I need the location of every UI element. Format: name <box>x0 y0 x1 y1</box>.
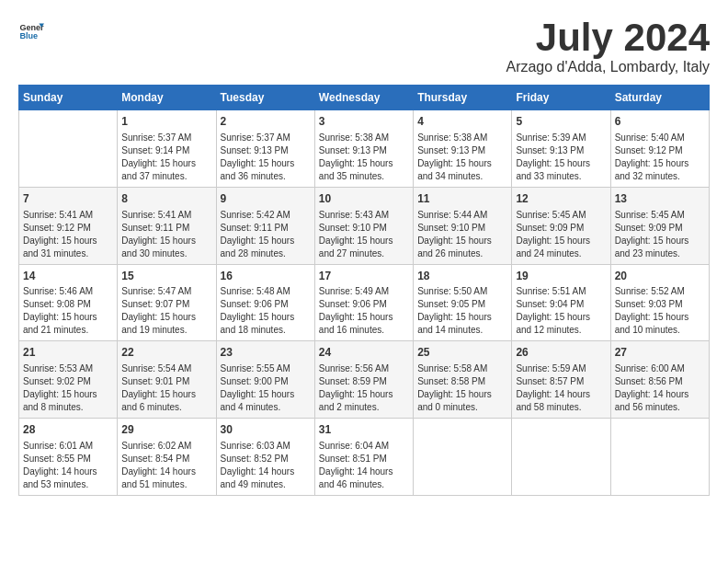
day-number: 18 <box>417 269 507 284</box>
calendar-cell: 20Sunrise: 5:52 AM Sunset: 9:03 PM Dayli… <box>610 264 709 341</box>
page-header: General Blue July 2024 Arzago d'Adda, Lo… <box>18 18 710 75</box>
title-block: July 2024 Arzago d'Adda, Lombardy, Italy <box>506 18 710 75</box>
calendar-cell: 18Sunrise: 5:50 AM Sunset: 9:05 PM Dayli… <box>414 264 512 341</box>
calendar-cell: 24Sunrise: 5:56 AM Sunset: 8:59 PM Dayli… <box>314 341 413 419</box>
calendar-cell <box>610 419 709 496</box>
calendar-cell: 19Sunrise: 5:51 AM Sunset: 9:04 PM Dayli… <box>512 264 610 341</box>
day-info: Sunrise: 6:00 AM Sunset: 8:56 PM Dayligh… <box>615 362 705 414</box>
calendar-cell <box>512 419 610 496</box>
calendar-cell: 16Sunrise: 5:48 AM Sunset: 9:06 PM Dayli… <box>216 264 314 341</box>
day-info: Sunrise: 5:55 AM Sunset: 9:00 PM Dayligh… <box>221 362 311 414</box>
day-info: Sunrise: 6:03 AM Sunset: 8:52 PM Dayligh… <box>221 440 311 491</box>
calendar-cell: 3Sunrise: 5:38 AM Sunset: 9:13 PM Daylig… <box>314 110 413 188</box>
calendar-cell: 26Sunrise: 5:59 AM Sunset: 8:57 PM Dayli… <box>512 341 610 419</box>
calendar-cell: 25Sunrise: 5:58 AM Sunset: 8:58 PM Dayli… <box>414 341 512 419</box>
calendar-cell: 29Sunrise: 6:02 AM Sunset: 8:54 PM Dayli… <box>118 419 216 496</box>
day-number: 16 <box>221 269 311 284</box>
weekday-header-wednesday: Wednesday <box>314 86 413 110</box>
calendar-cell: 4Sunrise: 5:38 AM Sunset: 9:13 PM Daylig… <box>414 110 512 188</box>
day-info: Sunrise: 5:40 AM Sunset: 9:12 PM Dayligh… <box>615 132 705 183</box>
logo: General Blue <box>18 18 44 44</box>
calendar-cell: 15Sunrise: 5:47 AM Sunset: 9:07 PM Dayli… <box>118 264 216 341</box>
day-number: 3 <box>319 114 409 130</box>
day-info: Sunrise: 5:43 AM Sunset: 9:10 PM Dayligh… <box>319 209 409 260</box>
day-number: 19 <box>516 269 606 284</box>
day-info: Sunrise: 5:44 AM Sunset: 9:10 PM Dayligh… <box>417 209 507 260</box>
day-info: Sunrise: 5:38 AM Sunset: 9:13 PM Dayligh… <box>319 132 409 183</box>
day-number: 30 <box>221 422 311 438</box>
day-number: 10 <box>319 191 409 207</box>
day-info: Sunrise: 6:01 AM Sunset: 8:55 PM Dayligh… <box>23 440 113 491</box>
calendar-cell: 9Sunrise: 5:42 AM Sunset: 9:11 PM Daylig… <box>216 187 314 264</box>
day-info: Sunrise: 5:39 AM Sunset: 9:13 PM Dayligh… <box>516 132 606 183</box>
calendar-cell: 30Sunrise: 6:03 AM Sunset: 8:52 PM Dayli… <box>216 419 314 496</box>
day-info: Sunrise: 5:58 AM Sunset: 8:58 PM Dayligh… <box>417 362 507 414</box>
calendar-cell: 23Sunrise: 5:55 AM Sunset: 9:00 PM Dayli… <box>216 341 314 419</box>
day-number: 11 <box>417 191 507 207</box>
calendar-cell: 28Sunrise: 6:01 AM Sunset: 8:55 PM Dayli… <box>19 419 118 496</box>
day-info: Sunrise: 5:37 AM Sunset: 9:13 PM Dayligh… <box>221 132 311 183</box>
day-number: 7 <box>23 191 113 207</box>
day-info: Sunrise: 5:50 AM Sunset: 9:05 PM Dayligh… <box>417 285 507 337</box>
calendar-cell: 27Sunrise: 6:00 AM Sunset: 8:56 PM Dayli… <box>610 341 709 419</box>
calendar-cell: 6Sunrise: 5:40 AM Sunset: 9:12 PM Daylig… <box>610 110 709 188</box>
day-info: Sunrise: 5:56 AM Sunset: 8:59 PM Dayligh… <box>319 362 409 414</box>
day-info: Sunrise: 6:04 AM Sunset: 8:51 PM Dayligh… <box>319 440 409 491</box>
day-number: 23 <box>221 345 311 361</box>
day-info: Sunrise: 5:49 AM Sunset: 9:06 PM Dayligh… <box>319 285 409 337</box>
calendar-cell: 2Sunrise: 5:37 AM Sunset: 9:13 PM Daylig… <box>216 110 314 188</box>
day-number: 4 <box>417 114 507 130</box>
day-number: 29 <box>121 422 211 438</box>
calendar-cell: 14Sunrise: 5:46 AM Sunset: 9:08 PM Dayli… <box>19 264 118 341</box>
calendar-cell <box>414 419 512 496</box>
calendar-cell: 13Sunrise: 5:45 AM Sunset: 9:09 PM Dayli… <box>610 187 709 264</box>
weekday-header-row: SundayMondayTuesdayWednesdayThursdayFrid… <box>19 86 710 110</box>
calendar-week-row: 21Sunrise: 5:53 AM Sunset: 9:02 PM Dayli… <box>19 341 710 419</box>
weekday-header-saturday: Saturday <box>610 86 709 110</box>
day-number: 31 <box>319 422 409 438</box>
weekday-header-friday: Friday <box>512 86 610 110</box>
day-info: Sunrise: 5:37 AM Sunset: 9:14 PM Dayligh… <box>121 132 211 183</box>
day-number: 27 <box>615 345 705 361</box>
day-info: Sunrise: 5:54 AM Sunset: 9:01 PM Dayligh… <box>121 362 211 414</box>
calendar-cell: 12Sunrise: 5:45 AM Sunset: 9:09 PM Dayli… <box>512 187 610 264</box>
calendar-cell: 11Sunrise: 5:44 AM Sunset: 9:10 PM Dayli… <box>414 187 512 264</box>
calendar-cell: 31Sunrise: 6:04 AM Sunset: 8:51 PM Dayli… <box>314 419 413 496</box>
calendar-cell: 10Sunrise: 5:43 AM Sunset: 9:10 PM Dayli… <box>314 187 413 264</box>
day-info: Sunrise: 5:45 AM Sunset: 9:09 PM Dayligh… <box>516 209 606 260</box>
calendar-cell: 1Sunrise: 5:37 AM Sunset: 9:14 PM Daylig… <box>118 110 216 188</box>
day-info: Sunrise: 5:41 AM Sunset: 9:11 PM Dayligh… <box>121 209 211 260</box>
day-number: 12 <box>516 191 606 207</box>
day-info: Sunrise: 5:51 AM Sunset: 9:04 PM Dayligh… <box>516 285 606 337</box>
day-info: Sunrise: 5:47 AM Sunset: 9:07 PM Dayligh… <box>121 285 211 337</box>
day-number: 22 <box>121 345 211 361</box>
day-info: Sunrise: 5:52 AM Sunset: 9:03 PM Dayligh… <box>615 285 705 337</box>
weekday-header-sunday: Sunday <box>19 86 118 110</box>
day-number: 15 <box>121 269 211 284</box>
day-number: 9 <box>221 191 311 207</box>
day-info: Sunrise: 5:53 AM Sunset: 9:02 PM Dayligh… <box>23 362 113 414</box>
weekday-header-tuesday: Tuesday <box>216 86 314 110</box>
calendar-week-row: 7Sunrise: 5:41 AM Sunset: 9:12 PM Daylig… <box>19 187 710 264</box>
calendar-cell: 7Sunrise: 5:41 AM Sunset: 9:12 PM Daylig… <box>19 187 118 264</box>
day-info: Sunrise: 6:02 AM Sunset: 8:54 PM Dayligh… <box>121 440 211 491</box>
day-number: 20 <box>615 269 705 284</box>
day-number: 14 <box>23 269 113 284</box>
day-number: 6 <box>615 114 705 130</box>
day-number: 5 <box>516 114 606 130</box>
day-info: Sunrise: 5:38 AM Sunset: 9:13 PM Dayligh… <box>417 132 507 183</box>
svg-text:Blue: Blue <box>19 31 38 40</box>
calendar-cell <box>19 110 118 188</box>
calendar-cell: 8Sunrise: 5:41 AM Sunset: 9:11 PM Daylig… <box>118 187 216 264</box>
calendar-week-row: 1Sunrise: 5:37 AM Sunset: 9:14 PM Daylig… <box>19 110 710 188</box>
calendar-week-row: 28Sunrise: 6:01 AM Sunset: 8:55 PM Dayli… <box>19 419 710 496</box>
day-info: Sunrise: 5:59 AM Sunset: 8:57 PM Dayligh… <box>516 362 606 414</box>
day-number: 13 <box>615 191 705 207</box>
calendar-week-row: 14Sunrise: 5:46 AM Sunset: 9:08 PM Dayli… <box>19 264 710 341</box>
day-info: Sunrise: 5:41 AM Sunset: 9:12 PM Dayligh… <box>23 209 113 260</box>
month-year-title: July 2024 <box>506 18 710 57</box>
day-info: Sunrise: 5:45 AM Sunset: 9:09 PM Dayligh… <box>615 209 705 260</box>
day-number: 8 <box>121 191 211 207</box>
calendar-cell: 17Sunrise: 5:49 AM Sunset: 9:06 PM Dayli… <box>314 264 413 341</box>
weekday-header-monday: Monday <box>118 86 216 110</box>
